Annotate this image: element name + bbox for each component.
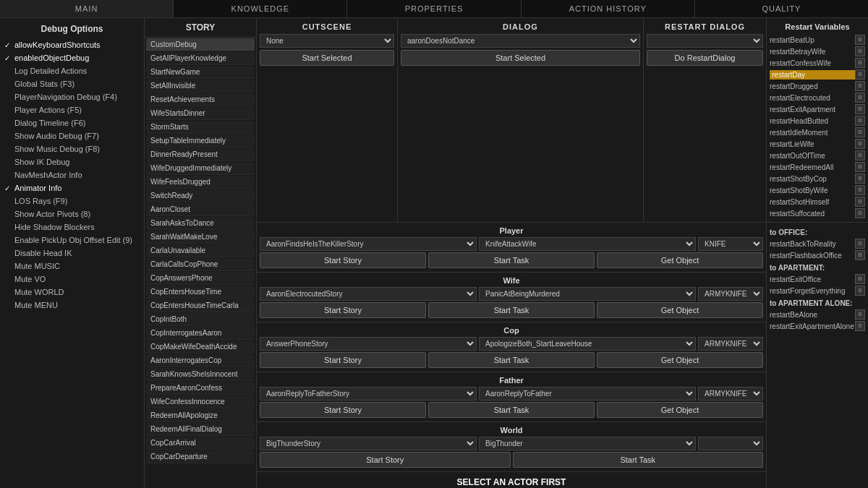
char-dropdown-0[interactable]: BigThunderStory	[260, 437, 477, 450]
char-btn-start-story[interactable]: Start Story	[260, 302, 426, 318]
story-item[interactable]: CarlaCallsCopPhone	[146, 258, 255, 271]
story-item[interactable]: DinnerReadyPresent	[146, 148, 255, 161]
left-item-playernavigation-debug-(f4)[interactable]: PlayerNavigation Debug (F4)	[0, 90, 144, 103]
story-item[interactable]: WifeFeelsDrugged	[146, 176, 255, 189]
left-item-hide-shadow-blockers[interactable]: Hide Shadow Blockers	[0, 221, 144, 234]
story-item[interactable]: CustomDebug	[146, 38, 255, 51]
story-item[interactable]: CopCarDeparture	[146, 450, 255, 463]
char-btn-start-task[interactable]: Start Task	[428, 302, 595, 318]
char-btn-start-story[interactable]: Start Story	[260, 252, 426, 268]
restart-var-btn[interactable]: 0	[855, 197, 865, 207]
story-item[interactable]: CopMakeWifeDeathAccide	[146, 341, 255, 354]
restart-var-btn[interactable]: 0	[855, 93, 865, 103]
story-item[interactable]: GetAllPlayerKnowledge	[146, 52, 255, 65]
restart-dialog-dropdown[interactable]	[647, 34, 763, 48]
restart-var-btn[interactable]: 0	[855, 286, 865, 296]
cutscene-start-btn[interactable]: Start Selected	[260, 50, 394, 66]
left-item-allowkeyboardshortcuts[interactable]: ✓allowKeyboardShortcuts	[0, 38, 144, 51]
left-item-enable-pickup-obj-offset-edit-(9)[interactable]: Enable PickUp Obj Offset Edit (9)	[0, 234, 144, 247]
char-dropdown-0[interactable]: AaronFindsHeIsTheKillerStory	[260, 237, 477, 251]
restart-var-btn[interactable]: 0	[855, 309, 865, 320]
story-item[interactable]: RedeemAllApologize	[146, 409, 255, 422]
left-item-mute-menu[interactable]: Mute MENU	[0, 299, 144, 312]
story-item[interactable]: StartNewGame	[146, 66, 255, 79]
nav-properties[interactable]: PROPERTIES	[347, 0, 521, 17]
story-item[interactable]: CopEntersHouseTime	[146, 286, 255, 299]
left-item-show-ik-debug[interactable]: Show IK Debug	[0, 155, 144, 168]
left-item-mute-vo[interactable]: Mute VO	[0, 273, 144, 286]
story-item[interactable]: SetAllInvisible	[146, 80, 255, 93]
char-dropdown-1[interactable]: ApologizeBoth_StartLeaveHouse	[479, 337, 696, 351]
char-btn-start-task[interactable]: Start Task	[428, 252, 595, 268]
nav-knowledge[interactable]: KNOWLEDGE	[174, 0, 347, 17]
left-item-show-audio-debug-(f7)[interactable]: Show Audio Debug (F7)	[0, 129, 144, 142]
story-item[interactable]: CopEntersHouseTimeCarla	[146, 299, 255, 312]
char-dropdown-1[interactable]: AaronReplyToFather	[479, 387, 696, 401]
left-item-animator-info[interactable]: ✓Animator Info	[0, 181, 144, 194]
char-btn-get-object[interactable]: Get Object	[597, 252, 763, 268]
char-btn-get-object[interactable]: Get Object	[597, 302, 763, 318]
left-item-navmeshactor-info[interactable]: NavMeshActor Info	[0, 168, 144, 181]
restart-var-btn[interactable]: 0	[855, 321, 865, 331]
left-item-disable-head-ik[interactable]: Disable Head IK	[0, 247, 144, 260]
story-item[interactable]: StormStarts	[146, 121, 255, 134]
story-item[interactable]: PrepareAaronConfess	[146, 382, 255, 395]
story-item[interactable]: RedeemAllFinalDialog	[146, 423, 255, 436]
story-item[interactable]: WifeConfessInnocence	[146, 395, 255, 408]
story-item[interactable]: CopAnswersPhone	[146, 272, 255, 285]
char-dropdown-1[interactable]: PanicAtBeingMurdered	[479, 287, 696, 301]
restart-var-btn[interactable]: 0	[855, 250, 865, 260]
char-btn-start-story[interactable]: Start Story	[260, 452, 511, 468]
nav-main[interactable]: MAIN	[0, 0, 174, 17]
cutscene-dropdown[interactable]: None	[260, 34, 394, 48]
left-item-show-music-debug-(f8)[interactable]: Show Music Debug (F8)	[0, 142, 144, 155]
restart-var-btn[interactable]: 0	[855, 174, 865, 184]
story-item[interactable]: SarahKnowsSheIsInnocent	[146, 368, 255, 381]
restart-dialog-btn[interactable]: Do RestartDialog	[647, 50, 763, 66]
char-dropdown-1[interactable]: KnifeAttackWife	[479, 237, 696, 251]
char-btn-get-object[interactable]: Get Object	[597, 352, 763, 368]
char-dropdown-0[interactable]: AnswerPhoneStory	[260, 337, 477, 351]
restart-var-btn[interactable]: 0	[855, 162, 865, 172]
story-item[interactable]: CarlaUnavailable	[146, 244, 255, 257]
nav-action-history[interactable]: ACTION HISTORY	[522, 0, 695, 17]
restart-var-btn[interactable]: 0	[855, 35, 865, 45]
char-dropdown-1[interactable]: BigThunder	[479, 437, 696, 450]
left-item-los-rays-(f9)[interactable]: LOS Rays (F9)	[0, 194, 144, 207]
story-item[interactable]: SarahAsksToDance	[146, 217, 255, 230]
story-item[interactable]: WifeDruggedImmediately	[146, 162, 255, 175]
left-item-enabledobjectdebug[interactable]: ✓enabledObjectDebug	[0, 51, 144, 64]
story-item[interactable]: CopCarArrival	[146, 437, 255, 450]
restart-var-btn[interactable]: 0	[855, 69, 865, 80]
left-item-log-detailed-actions[interactable]: Log Detailed Actions	[0, 64, 144, 77]
restart-var-btn[interactable]: 0	[855, 274, 865, 284]
restart-var-btn[interactable]: 0	[855, 127, 865, 137]
restart-var-btn[interactable]: 0	[855, 46, 865, 56]
restart-var-btn[interactable]: 0	[855, 81, 865, 91]
char-dropdown-2[interactable]	[698, 437, 763, 450]
restart-var-btn[interactable]: 0	[855, 208, 865, 218]
char-btn-start-story[interactable]: Start Story	[260, 352, 426, 368]
restart-var-btn[interactable]: 0	[855, 139, 865, 149]
story-item[interactable]: ResetAchievements	[146, 93, 255, 106]
story-item[interactable]: SwitchReady	[146, 189, 255, 202]
dialog-dropdown1[interactable]: aaronDoesNotDance	[401, 34, 640, 48]
char-btn-start-task[interactable]: Start Task	[513, 452, 764, 468]
restart-var-btn[interactable]: 0	[855, 185, 865, 195]
story-item[interactable]: AaronCloset	[146, 203, 255, 216]
char-btn-get-object[interactable]: Get Object	[597, 402, 763, 418]
story-item[interactable]: SarahWaitMakeLove	[146, 231, 255, 244]
char-dropdown-0[interactable]: AaronReplyToFatherStory	[260, 387, 477, 401]
left-item-player-actions-(f5)[interactable]: Player Actions (F5)	[0, 103, 144, 116]
char-btn-start-story[interactable]: Start Story	[260, 402, 426, 418]
char-btn-start-task[interactable]: Start Task	[428, 352, 595, 368]
restart-var-btn[interactable]: 0	[855, 116, 865, 126]
restart-var-btn[interactable]: 0	[855, 239, 865, 249]
left-item-mute-world[interactable]: Mute WORLD	[0, 286, 144, 299]
restart-var-btn[interactable]: 0	[855, 58, 865, 68]
left-item-dialog-timeline-(f6)[interactable]: Dialog Timeline (F6)	[0, 116, 144, 129]
nav-quality[interactable]: QUALITY	[695, 0, 868, 17]
story-item[interactable]: SetupTableImmediately	[146, 134, 255, 147]
char-dropdown-2[interactable]: KNIFE	[698, 237, 763, 251]
story-item[interactable]: CopIntBoth	[146, 313, 255, 326]
